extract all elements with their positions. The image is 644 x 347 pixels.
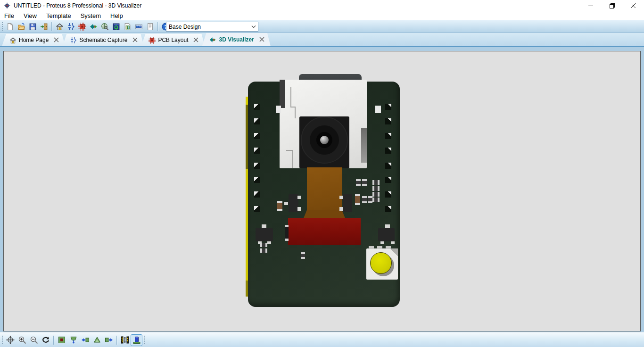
toolbar-separator	[53, 336, 54, 345]
pcb-board	[248, 82, 400, 307]
chip-resistor	[372, 198, 380, 202]
simulation-meter-icon[interactable]: 0.5u	[133, 21, 144, 32]
sot23-transistor	[289, 194, 298, 212]
chip-capacitor	[260, 248, 267, 253]
menu-help[interactable]: Help	[106, 11, 128, 20]
pan-icon[interactable]	[4, 334, 16, 346]
left-view-icon[interactable]	[79, 334, 91, 346]
title-bar: UNTITLED - Proteus 8 Professional - 3D V…	[0, 0, 644, 11]
pin-hole	[385, 163, 391, 169]
close-project-icon[interactable]	[38, 21, 50, 32]
open-project-icon[interactable]	[16, 21, 27, 32]
pin-hole	[385, 104, 391, 110]
menu-file[interactable]: File	[3, 11, 19, 20]
new-project-icon[interactable]	[4, 21, 16, 32]
bottom-view-icon[interactable]	[67, 334, 79, 346]
tab-bar: Home Page Schematic Capture PCB Layout 3…	[0, 33, 644, 47]
pin-hole	[385, 118, 391, 124]
chip-resistor	[355, 194, 360, 205]
restore-button[interactable]	[602, 0, 623, 11]
tab-3d-visualizer[interactable]: 3D Visualizer	[202, 33, 270, 46]
zoom-in-icon[interactable]	[16, 334, 28, 346]
menu-system[interactable]: System	[76, 11, 106, 20]
minimize-button[interactable]	[580, 0, 602, 11]
camera-module-shield	[280, 80, 367, 168]
led-dome	[370, 252, 392, 274]
chip-capacitor	[301, 252, 305, 259]
pin-hole	[385, 133, 391, 139]
camera-body	[299, 116, 349, 168]
pin-hole	[254, 148, 260, 154]
tab-close-icon[interactable]	[132, 37, 138, 43]
fpc-connector	[288, 218, 361, 245]
solder-pad	[284, 202, 288, 205]
svg-text:0.5u: 0.5u	[136, 25, 141, 28]
proteus-window: UNTITLED - Proteus 8 Professional - 3D V…	[0, 0, 644, 347]
top-view-icon[interactable]	[56, 334, 67, 346]
pin-hole	[254, 206, 260, 212]
menu-bar: File View Template System Help	[0, 11, 644, 20]
height-bounds-icon[interactable]	[119, 334, 131, 346]
design-notes-icon[interactable]	[144, 21, 156, 32]
pin-hole	[254, 191, 260, 198]
pin-hole	[385, 191, 391, 198]
close-button[interactable]	[623, 0, 644, 11]
toolbar-grip[interactable]	[1, 22, 3, 31]
sot23-transistor	[256, 228, 273, 241]
design-explorer-icon[interactable]	[110, 21, 122, 32]
rotate-view-icon[interactable]	[40, 334, 51, 346]
pcb-layout-icon[interactable]	[76, 21, 88, 32]
save-project-icon[interactable]	[27, 21, 38, 32]
right-view-icon[interactable]	[103, 334, 115, 346]
pin-hole	[385, 206, 391, 212]
tab-label: Home Page	[19, 37, 49, 43]
chip-capacitor	[260, 243, 267, 247]
shield-mount-pad	[276, 106, 281, 113]
shield-mount-pad	[375, 106, 381, 113]
workspace	[0, 47, 644, 332]
lens-center	[320, 136, 329, 144]
menu-view[interactable]: View	[19, 11, 41, 20]
chevron-down-icon	[249, 25, 258, 28]
gerber-viewer-icon[interactable]	[99, 21, 110, 32]
tab-close-icon[interactable]	[259, 37, 265, 42]
window-title: UNTITLED - Proteus 8 Professional - 3D V…	[14, 2, 141, 9]
home-icon	[9, 37, 17, 44]
board-edge	[246, 97, 248, 297]
board-3d-view-icon[interactable]	[131, 334, 142, 346]
pin-hole	[254, 118, 260, 124]
home-page-icon[interactable]	[54, 21, 65, 32]
tab-close-icon[interactable]	[193, 37, 199, 43]
pcb-chip-icon	[149, 37, 156, 44]
toolbar-separator	[51, 22, 52, 31]
chip-capacitor	[356, 179, 361, 186]
tab-close-icon[interactable]	[54, 37, 59, 43]
pin-hole	[385, 148, 391, 154]
toolbar-separator	[116, 336, 117, 345]
3d-visualizer-icon[interactable]	[88, 21, 99, 32]
pin-hole	[254, 163, 260, 169]
tab-pcb-layout[interactable]: PCB Layout	[141, 34, 205, 46]
3d-viewport[interactable]	[3, 51, 641, 331]
design-selector-dropdown[interactable]: Base Design	[166, 22, 258, 32]
chip-capacitor	[362, 179, 367, 186]
tab-label: 3D Visualizer	[219, 36, 254, 43]
tab-label: PCB Layout	[158, 37, 188, 43]
toolbar-grip[interactable]	[143, 335, 146, 345]
toolbar-grip[interactable]	[1, 335, 3, 345]
pin-hole	[254, 133, 260, 139]
schematic-capture-icon[interactable]	[65, 21, 76, 32]
front-view-icon[interactable]	[91, 334, 103, 346]
pin-hole	[254, 177, 260, 183]
tab-schematic-capture[interactable]: Schematic Capture	[62, 34, 144, 46]
chip-capacitor	[362, 196, 367, 203]
tab-label: Schematic Capture	[79, 37, 127, 43]
sot23-transistor	[378, 228, 395, 241]
chip-resistor	[372, 192, 380, 197]
zoom-out-icon[interactable]	[28, 334, 40, 346]
chip-resistor	[372, 180, 380, 185]
bill-of-materials-icon[interactable]: $	[122, 21, 133, 32]
menu-template[interactable]: Template	[41, 11, 76, 20]
tab-home-page[interactable]: Home Page	[2, 34, 65, 46]
small-component	[285, 225, 289, 241]
